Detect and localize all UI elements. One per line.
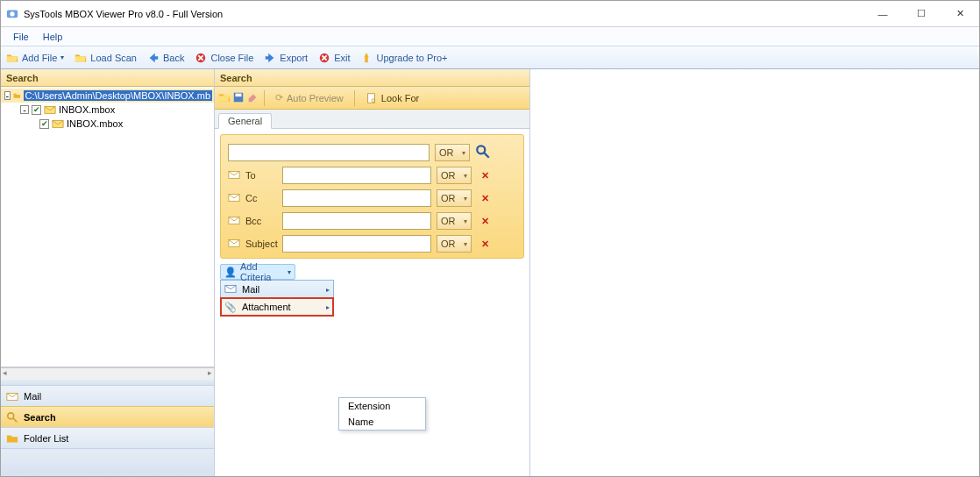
close-file-label: Close File [210,53,253,63]
exit-label: Exit [334,53,350,63]
checkbox-checked-icon[interactable]: ✔ [32,105,41,115]
close-file-button[interactable]: Close File [195,52,253,64]
svg-point-13 [477,146,485,153]
menu-help[interactable]: Help [43,32,63,42]
nav-search-label: Search [24,412,56,423]
export-label: Export [280,53,308,63]
save-icon[interactable] [232,91,245,105]
exit-button[interactable]: Exit [318,52,350,64]
add-file-button[interactable]: Add File▾ [6,52,64,64]
mail-folder-icon [44,103,56,116]
open-folder-icon [6,52,18,64]
attachment-icon: 📎 [224,302,237,313]
remove-row-button[interactable]: ✕ [477,193,493,204]
operator-dropdown[interactable]: OR▾ [437,235,472,253]
remove-row-button[interactable]: ✕ [477,238,493,250]
operator-label: OR [441,193,456,203]
nav-mail[interactable]: Mail [1,385,214,406]
envelope-icon [6,390,18,402]
open-folder-icon[interactable] [218,91,231,105]
look-for-button[interactable]: Look For [360,90,424,106]
eraser-icon[interactable] [246,91,259,105]
envelope-icon [228,191,240,205]
search-panel-title: Search [215,69,529,87]
envelope-icon [228,168,240,182]
to-input[interactable] [282,167,431,184]
criteria-dropdown-menu: Mail ▸ 📎 Attachment ▸ [220,280,334,317]
load-scan-button[interactable]: Load Scan [75,52,137,64]
auto-preview-button[interactable]: ⟳ Auto Preview [270,90,349,105]
envelope-icon [228,237,240,251]
export-button[interactable]: Export [264,52,308,64]
operator-label: OR [439,147,454,158]
window-title: SysTools MBOX Viewer Pro v8.0 - Full Ver… [24,9,223,19]
folder-icon [13,89,21,102]
upgrade-icon [360,52,373,64]
close-window-button[interactable]: ✕ [941,2,979,26]
operator-dropdown[interactable]: OR▾ [437,167,472,184]
search-panel: Search ⟳ Auto Preview Look For General [215,69,530,476]
tree-root-node[interactable]: - C:\Users\Admin\Desktop\MBOX\INBOX.mb [1,89,214,103]
collapse-icon[interactable]: - [20,105,29,114]
nav-mail-label: Mail [24,391,41,402]
auto-preview-label: Auto Preview [287,93,344,103]
upgrade-button[interactable]: Upgrade to Pro+ [360,52,447,64]
add-criteria-button[interactable]: 👤 Add Criteria ▾ [220,264,295,280]
svg-point-8 [8,412,14,418]
tree-root-label: C:\Users\Admin\Desktop\MBOX\INBOX.mb [24,90,213,101]
operator-dropdown[interactable]: OR▾ [437,189,472,207]
horizontal-scrollbar[interactable]: ◂ ▸ [1,367,214,380]
cc-input[interactable] [282,189,431,207]
criteria-row-cc: Cc OR▾ ✕ [228,189,516,207]
minimize-button[interactable]: — [863,2,902,26]
chevron-right-icon: ▸ [326,303,330,311]
export-icon [264,52,276,64]
criteria-box: OR▾ To OR▾ ✕ Cc OR▾ ✕ [220,134,524,259]
refresh-icon: ⟳ [275,92,283,103]
submenu-item-name[interactable]: Name [339,414,425,430]
preview-panel [530,69,979,476]
folder-icon [6,432,18,445]
tree-node-label: INBOX.mbox [67,118,123,129]
back-arrow-icon [147,52,160,64]
menu-item-mail[interactable]: Mail ▸ [221,281,333,298]
nav-folder-list[interactable]: Folder List [1,427,214,448]
chevron-right-icon: ▸ [326,286,330,294]
svg-point-1 [10,11,14,16]
envelope-icon [224,282,237,296]
operator-label: OR [441,170,456,181]
search-tabs: General [215,110,529,129]
menu-file[interactable]: File [13,32,29,42]
title-bar: SysTools MBOX Viewer Pro v8.0 - Full Ver… [1,1,979,27]
svg-rect-4 [366,57,369,62]
back-button[interactable]: Back [147,52,184,64]
collapse-icon[interactable]: - [4,91,11,100]
tree-node-label: INBOX.mbox [59,104,115,115]
svg-rect-10 [236,93,242,96]
run-search-button[interactable] [475,144,491,161]
maximize-button[interactable]: ☐ [902,2,941,26]
operator-dropdown[interactable]: OR▾ [437,212,472,230]
submenu-item-extension[interactable]: Extension [339,398,425,414]
search-form-area: OR▾ To OR▾ ✕ Cc OR▾ ✕ [215,129,529,476]
open-folder-icon [75,52,87,64]
left-panel-title: Search [1,69,214,87]
operator-dropdown[interactable]: OR▾ [435,144,470,161]
bcc-input[interactable] [282,212,431,230]
checkbox-checked-icon[interactable]: ✔ [39,119,49,129]
search-doc-icon [366,92,378,104]
menu-item-label: Mail [242,284,259,295]
remove-row-button[interactable]: ✕ [477,170,493,182]
subject-input[interactable] [282,235,431,253]
keyword-input[interactable] [228,144,430,161]
remove-row-button[interactable]: ✕ [477,216,493,227]
tree-node[interactable]: - ✔ INBOX.mbox [1,103,214,117]
tab-general[interactable]: General [218,113,272,129]
folder-tree[interactable]: - C:\Users\Admin\Desktop\MBOX\INBOX.mb -… [1,87,214,367]
app-icon [6,7,18,21]
exit-icon [318,52,330,64]
left-panel: Search - C:\Users\Admin\Desktop\MBOX\INB… [1,69,215,476]
menu-item-attachment[interactable]: 📎 Attachment ▸ [221,298,333,316]
nav-search[interactable]: Search [1,406,214,427]
tree-node[interactable]: ✔ INBOX.mbox [1,117,214,131]
